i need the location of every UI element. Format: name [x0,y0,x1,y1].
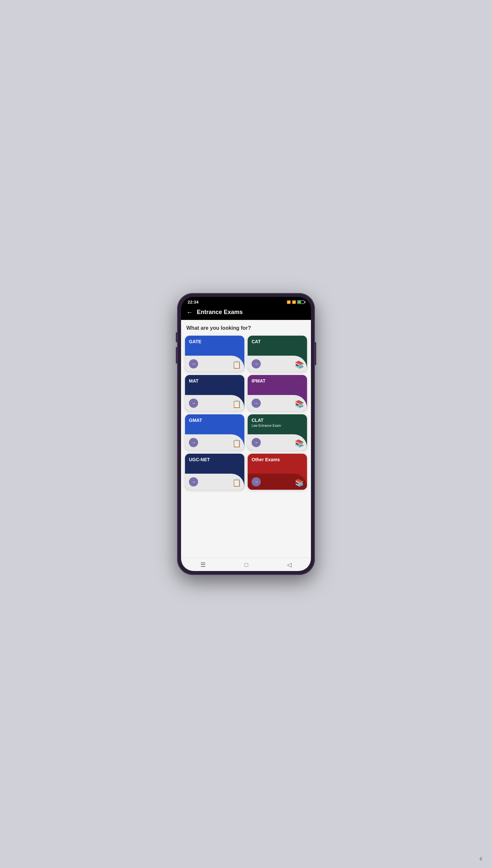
clat-label: CLAT [252,418,303,423]
mat-card[interactable]: MAT → 📋 [185,375,244,411]
gmat-label: GMAT [189,418,240,423]
gate-card[interactable]: GATE → 📋 [185,336,244,372]
clat-sublabel: Law Entrance Exam [252,424,303,427]
gate-icon: 📋 [232,361,241,369]
battery-icon [297,300,304,304]
clat-arrow[interactable]: → [252,438,261,447]
other-exams-card[interactable]: Other Exams → 📚 [248,454,307,490]
status-bar: 22:34 📶 📶 [181,297,311,306]
volume-down-button [176,347,177,364]
ugcnet-card[interactable]: UGC-NET → 📋 [185,454,244,490]
other-icon: 📚 [295,479,304,487]
power-button [315,342,316,365]
cat-icon: 📚 [295,361,304,369]
wifi-icon: 📶 [287,300,291,304]
gate-arrow[interactable]: → [189,359,198,368]
clat-icon: 📚 [295,439,304,448]
phone-screen: 22:34 📶 📶 ← Entrance Exams What are you … [181,297,311,571]
menu-icon[interactable]: ☰ [200,561,206,569]
back-nav-icon[interactable]: ◁ [287,561,292,569]
gmat-card[interactable]: GMAT → 📋 [185,414,244,450]
ipmat-icon: 📚 [295,400,304,409]
ugcnet-label: UGC-NET [189,457,240,463]
page-title: Entrance Exams [197,309,243,316]
ugcnet-icon: 📋 [232,479,241,487]
clat-card[interactable]: CLAT Law Entrance Exam → 📚 [248,414,307,450]
ipmat-card[interactable]: IPMAT → 📚 [248,375,307,411]
cat-label: CAT [252,339,303,344]
main-content: What are you looking for? GATE → 📋 CAT [181,320,311,558]
gmat-icon: 📋 [232,439,241,448]
home-icon[interactable]: □ [245,561,248,569]
battery-fill [298,301,301,303]
other-label: Other Exams [252,457,303,463]
bottom-nav: ☰ □ ◁ [181,558,311,571]
mat-icon: 📋 [232,400,241,409]
exam-grid: GATE → 📋 CAT → 📚 [185,336,307,490]
ipmat-label: IPMAT [252,378,303,384]
ipmat-arrow[interactable]: → [252,399,261,408]
gmat-arrow[interactable]: → [189,438,198,447]
ugcnet-arrow[interactable]: → [189,477,198,486]
mat-arrow[interactable]: → [189,399,198,408]
phone-frame: 22:34 📶 📶 ← Entrance Exams What are you … [177,293,315,575]
cat-arrow[interactable]: → [252,359,261,368]
mat-label: MAT [189,378,240,384]
status-icons: 📶 📶 [287,300,304,304]
cat-card[interactable]: CAT → 📚 [248,336,307,372]
status-time: 22:34 [188,299,198,305]
volume-up-button [176,333,177,342]
back-button[interactable]: ← [186,309,193,316]
other-arrow[interactable]: → [252,477,261,486]
top-bar: ← Entrance Exams [181,306,311,320]
gate-label: GATE [189,339,240,344]
signal-bars: 📶 [292,300,296,304]
page-number: 6 [479,856,482,862]
section-title: What are you looking for? [185,325,307,331]
